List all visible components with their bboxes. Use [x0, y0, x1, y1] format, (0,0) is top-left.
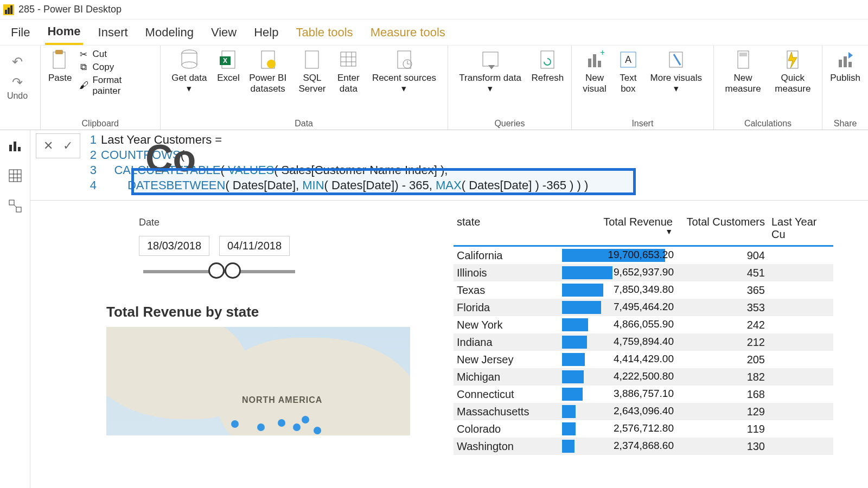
transform-data-button[interactable]: Transform data ▾ — [456, 49, 525, 95]
excel-button[interactable]: XExcel — [217, 49, 240, 84]
get-data-button[interactable]: Get data ▾ — [168, 49, 211, 95]
paste-label: Paste — [48, 73, 72, 84]
svg-rect-33 — [839, 60, 842, 67]
more-visuals-button[interactable]: More visuals ▾ — [647, 49, 706, 95]
copy-button[interactable]: ⧉Copy — [78, 62, 152, 73]
report-view-button[interactable] — [7, 137, 24, 154]
redo-button[interactable]: ↷ — [12, 75, 23, 90]
cell-state: Colorado — [454, 421, 562, 437]
table-row[interactable]: Florida7,495,464.20353 — [454, 299, 833, 316]
cell-revenue: 7,850,349.80 — [562, 282, 676, 298]
transform-icon — [480, 49, 501, 70]
cell-revenue: 4,222,500.80 — [562, 369, 676, 384]
col-header-revenue[interactable]: Total Revenue▼ — [562, 211, 676, 245]
tab-home[interactable]: Home — [45, 20, 82, 45]
tab-file[interactable]: File — [9, 21, 32, 44]
sort-desc-icon: ▼ — [565, 227, 673, 236]
cell-customers: 451 — [676, 265, 768, 281]
tab-insert[interactable]: Insert — [96, 21, 130, 44]
slider-handle-right[interactable] — [225, 262, 241, 279]
cell-lastyear — [768, 306, 833, 309]
text-box-button[interactable]: AText box — [616, 49, 640, 95]
table-row[interactable]: Massachusetts2,643,096.40129 — [454, 403, 833, 420]
svg-rect-28 — [669, 52, 682, 67]
pbi-datasets-button[interactable]: Power BI datasets — [246, 49, 290, 95]
cell-state: Massachusetts — [454, 404, 562, 420]
cell-customers: 365 — [676, 282, 768, 298]
tab-help[interactable]: Help — [252, 21, 280, 44]
database-icon — [178, 49, 200, 70]
table-row[interactable]: Texas7,850,349.80365 — [454, 281, 833, 299]
cell-lastyear — [768, 323, 833, 326]
model-view-button[interactable] — [7, 197, 24, 215]
cell-state: Florida — [454, 300, 562, 316]
cell-customers: 242 — [676, 317, 768, 333]
title-bar: 285 - Power BI Desktop — [0, 0, 868, 20]
table-row[interactable]: Indiana4,759,894.40212 — [454, 333, 833, 351]
col-header-customers[interactable]: Total Customers — [676, 211, 768, 245]
formula-cancel-button[interactable]: ✕ — [40, 137, 57, 155]
date-to-input[interactable]: 04/11/2018 — [219, 236, 290, 256]
publish-button[interactable]: Publish — [830, 49, 860, 84]
paste-button[interactable]: Paste — [48, 49, 72, 84]
sql-icon — [301, 49, 323, 70]
tab-measure-tools[interactable]: Measure tools — [368, 21, 448, 44]
date-slider[interactable] — [143, 270, 295, 273]
table-row[interactable]: Michigan4,222,500.80182 — [454, 368, 833, 386]
formula-commit-button[interactable]: ✓ — [59, 137, 76, 155]
date-from-input[interactable]: 18/03/2018 — [139, 236, 209, 256]
table-row[interactable]: Illinois9,652,937.90451 — [454, 264, 833, 281]
cell-customers: 182 — [676, 369, 768, 385]
cell-state: Illinois — [454, 265, 562, 281]
cell-revenue: 4,866,055.90 — [562, 317, 676, 332]
format-painter-button[interactable]: 🖌Format painter — [78, 75, 152, 97]
formula-editor[interactable]: Co 1Last Year Customers = 2COUNTROWS( 3 … — [80, 130, 868, 195]
quick-measure-button[interactable]: Quick measure — [771, 49, 814, 95]
menu-bar: File Home Insert Modeling View Help Tabl… — [0, 20, 868, 46]
table-row[interactable]: Connecticut3,886,757.10168 — [454, 386, 833, 403]
excel-icon: X — [218, 49, 239, 70]
new-visual-button[interactable]: +New visual — [579, 49, 610, 95]
cell-state: New Jersey — [454, 352, 562, 368]
data-view-button[interactable] — [7, 167, 24, 184]
table-row[interactable]: New York4,866,055.90242 — [454, 316, 833, 333]
map-visual[interactable]: NORTH AMERICA — [106, 327, 410, 435]
cell-customers: 205 — [676, 352, 768, 368]
cell-revenue: 2,374,868.60 — [562, 439, 676, 454]
svg-rect-20 — [483, 52, 498, 66]
svg-rect-24 — [598, 61, 601, 67]
refresh-button[interactable]: Refresh — [532, 49, 564, 84]
copy-icon: ⧉ — [78, 62, 89, 73]
tab-modeling[interactable]: Modeling — [143, 21, 196, 44]
svg-rect-11 — [341, 52, 356, 66]
group-calc-label: Calculations — [722, 118, 815, 130]
cell-customers: 212 — [676, 335, 768, 350]
cut-button[interactable]: ✂Cut — [78, 49, 152, 60]
table-row[interactable]: Washington2,374,868.60130 — [454, 438, 833, 455]
svg-rect-31 — [739, 53, 747, 56]
cell-lastyear — [768, 288, 833, 292]
cell-state: California — [454, 248, 562, 264]
sql-server-button[interactable]: SQL Server — [296, 49, 329, 95]
table-visual[interactable]: state Total Revenue▼ Total Customers Las… — [454, 211, 833, 455]
table-row[interactable]: New Jersey4,414,429.00205 — [454, 351, 833, 368]
undo-button[interactable]: ↶ — [12, 54, 23, 69]
more-visuals-icon — [665, 49, 687, 70]
svg-point-4 — [182, 62, 197, 68]
cell-revenue: 2,643,096.40 — [562, 404, 676, 419]
svg-rect-37 — [14, 142, 16, 151]
tab-table-tools[interactable]: Table tools — [293, 21, 355, 44]
new-measure-button[interactable]: New measure — [722, 49, 765, 95]
col-header-state[interactable]: state — [454, 211, 562, 245]
svg-rect-39 — [9, 170, 21, 182]
slider-handle-left[interactable] — [208, 262, 225, 279]
table-row[interactable]: California19,700,653.20904 — [454, 247, 833, 264]
cell-revenue: 4,414,429.00 — [562, 352, 676, 367]
group-insert-label: Insert — [579, 118, 706, 130]
table-row[interactable]: Colorado2,576,712.80119 — [454, 420, 833, 438]
enter-data-button[interactable]: Enter data — [335, 49, 362, 95]
tab-view[interactable]: View — [209, 21, 239, 44]
recent-sources-button[interactable]: Recent sources ▾ — [368, 49, 439, 95]
col-header-lastyear[interactable]: Last Year Cu — [768, 211, 833, 245]
cell-state: Michigan — [454, 369, 562, 385]
